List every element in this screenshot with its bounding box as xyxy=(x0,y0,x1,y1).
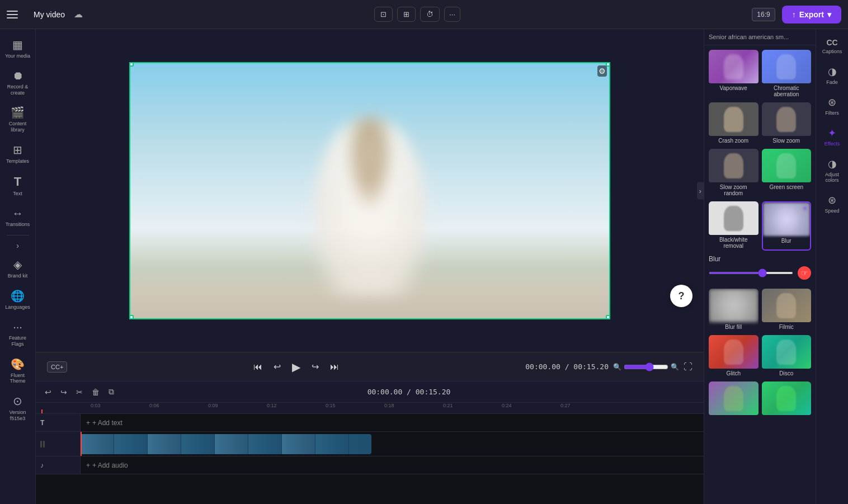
sidebar-item-feature-flags[interactable]: ··· Feature Flags xyxy=(2,316,34,352)
playhead-line xyxy=(81,432,82,456)
effect-thumb-crash-zoom xyxy=(709,102,759,136)
ruler-tick-0-06: 0:06 xyxy=(149,403,159,408)
fullscreen-button[interactable]: ⛶ xyxy=(684,362,692,372)
effect-card-glitch[interactable]: Glitch xyxy=(709,335,759,378)
blur-slider-input[interactable] xyxy=(709,272,793,274)
captions-button[interactable]: CC+ xyxy=(47,361,67,373)
captions-tool-button[interactable]: CC Captions xyxy=(817,34,847,59)
text-icon: T xyxy=(14,175,21,189)
crop-tool-button[interactable]: ⊡ xyxy=(374,7,393,22)
resize-handle-tl[interactable] xyxy=(129,62,134,67)
sidebar-item-record[interactable]: ⏺ Record & create xyxy=(2,65,34,101)
panel-collapse-right[interactable]: › xyxy=(697,182,704,199)
video-track-content xyxy=(81,432,704,456)
add-audio-button[interactable]: + + Add audio xyxy=(81,456,134,474)
effect-label-disco: Disco xyxy=(762,369,812,378)
effect-card-chromatic[interactable]: Chromatic aberration xyxy=(762,50,812,99)
sidebar-item-version[interactable]: ⊙ Version f515e3 xyxy=(2,390,34,426)
ruler-tick-0-03: 0:03 xyxy=(91,403,101,408)
speed-tool-button[interactable]: ⊛ Speed xyxy=(817,190,847,218)
slow-zoom-random-person xyxy=(724,153,743,178)
video-track-row[interactable] xyxy=(36,432,704,456)
rewind-5s-button[interactable]: ↩ xyxy=(270,358,284,375)
languages-icon: 🌐 xyxy=(11,289,25,303)
export-icon: ↑ xyxy=(792,10,796,19)
effect-card-green-screen[interactable]: Green screen xyxy=(762,149,812,198)
delete-button[interactable]: 🗑 xyxy=(89,385,102,399)
skip-to-start-button[interactable]: ⏮ xyxy=(250,359,266,375)
effect-label-filmic: Filmic xyxy=(762,322,812,332)
effects-panel-header: Senior african american sm... xyxy=(704,29,816,45)
effect-card-crash-zoom[interactable]: Crash zoom xyxy=(709,102,759,145)
aspect-ratio-badge[interactable]: 16:9 xyxy=(752,8,775,21)
cut-button[interactable]: ✂ xyxy=(74,385,85,399)
timeline-toolbar: ↩ ↪ ✂ 🗑 ⧉ 00:00.00 / 00:15.20 xyxy=(36,381,704,403)
sidebar-item-transitions[interactable]: ↔ Transitions xyxy=(2,202,34,232)
resize-handle-tr[interactable] xyxy=(606,62,610,67)
effect-label-14 xyxy=(762,415,812,418)
video-clip[interactable] xyxy=(81,434,371,454)
effect-card-13[interactable] xyxy=(709,381,759,418)
menu-button[interactable] xyxy=(7,7,22,22)
effect-card-14[interactable] xyxy=(762,381,812,418)
blur-title: Blur xyxy=(709,255,811,263)
sidebar-collapse-button[interactable]: › xyxy=(14,239,21,252)
effect-card-blur[interactable]: ✦ Blur xyxy=(762,201,812,251)
effect-card-blur-fill[interactable]: Blur fill xyxy=(709,289,759,332)
chromatic-person xyxy=(776,54,796,79)
play-pause-button[interactable]: ▶ xyxy=(289,357,304,377)
sidebar-item-templates[interactable]: ⊞ Templates xyxy=(2,139,34,169)
sidebar-item-label-content-library: Content library xyxy=(4,121,32,133)
forward-5s-button[interactable]: ↪ xyxy=(308,358,322,375)
export-button[interactable]: ↑ Export ▾ xyxy=(782,6,841,23)
effect-thumb-filmic xyxy=(762,289,812,322)
sidebar-item-label-fluent-theme: Fluent Theme xyxy=(4,373,32,385)
effect-card-bw-removal[interactable]: Black/white removal xyxy=(709,201,759,251)
time-display: 00:00.00 / 00:15.20 xyxy=(525,362,609,371)
video-controls: CC+ ⏮ ↩ ▶ ↪ ⏭ 00:00.00 / 00:15.20 🔍 🔍 ⛶ xyxy=(36,352,704,381)
sidebar-item-your-media[interactable]: ▦ Your media xyxy=(2,34,34,64)
more-tools-button[interactable]: ··· xyxy=(444,7,460,22)
timeline-time-counter: 00:00.00 / 00:15.20 xyxy=(121,388,697,396)
effect-card-filmic[interactable]: Filmic xyxy=(762,289,812,332)
video-settings-icon[interactable]: ⚙ xyxy=(597,65,607,77)
sidebar-item-content-library[interactable]: 🎬 Content library xyxy=(2,101,34,138)
help-button[interactable]: ? xyxy=(670,285,692,307)
resize-handle-bl[interactable] xyxy=(129,315,134,319)
bw-removal-person xyxy=(724,206,743,231)
effect-thumb-chromatic xyxy=(762,50,812,83)
effect-13-person xyxy=(724,386,743,411)
fade-tool-button[interactable]: ◑ Fade xyxy=(817,61,847,90)
undo-button[interactable]: ↩ xyxy=(43,385,54,399)
timer-tool-button[interactable]: ⏱ xyxy=(420,7,440,22)
effect-thumb-14 xyxy=(762,381,812,415)
blur-slider-container: ☞ xyxy=(709,266,811,280)
sidebar-item-languages[interactable]: 🌐 Languages xyxy=(2,285,34,315)
effects-tool-button[interactable]: ✦ Effects xyxy=(817,123,847,151)
resize-tool-button[interactable]: ⊞ xyxy=(397,7,416,22)
effect-card-vaporwave[interactable]: Vaporwave xyxy=(709,50,759,99)
clip-frame-3 xyxy=(148,434,181,454)
add-text-button[interactable]: + + Add text xyxy=(81,414,128,431)
zoom-slider[interactable] xyxy=(624,362,668,371)
resize-handle-br[interactable] xyxy=(606,315,610,319)
video-track-label xyxy=(36,432,81,456)
effect-label-slow-zoom: Slow zoom xyxy=(762,136,812,145)
sidebar-item-text[interactable]: T Text xyxy=(2,170,34,201)
adjust-colors-tool-button[interactable]: ◑ Adjust colors xyxy=(817,153,847,187)
duplicate-button[interactable]: ⧉ xyxy=(106,385,116,399)
effect-card-slow-zoom[interactable]: Slow zoom xyxy=(762,102,812,145)
sidebar-item-fluent-theme[interactable]: 🎨 Fluent Theme xyxy=(2,353,34,389)
skip-to-end-button[interactable]: ⏭ xyxy=(327,359,342,375)
clip-frame-5 xyxy=(215,434,248,454)
effect-thumb-vaporwave xyxy=(709,50,759,83)
pause-bar-left xyxy=(40,441,42,448)
cloud-save-icon[interactable]: ☁ xyxy=(74,9,83,20)
effects-grid-bottom: Blur fill Filmic Glitch xyxy=(704,284,816,423)
redo-button[interactable]: ↪ xyxy=(58,385,69,399)
sidebar-item-brand-kit[interactable]: ◈ Brand kit xyxy=(2,253,34,284)
filters-tool-button[interactable]: ⊛ Filters xyxy=(817,92,847,120)
effect-card-disco[interactable]: Disco xyxy=(762,335,812,378)
clip-frame-1 xyxy=(81,434,114,454)
effect-card-slow-zoom-random[interactable]: Slow zoom random xyxy=(709,149,759,198)
